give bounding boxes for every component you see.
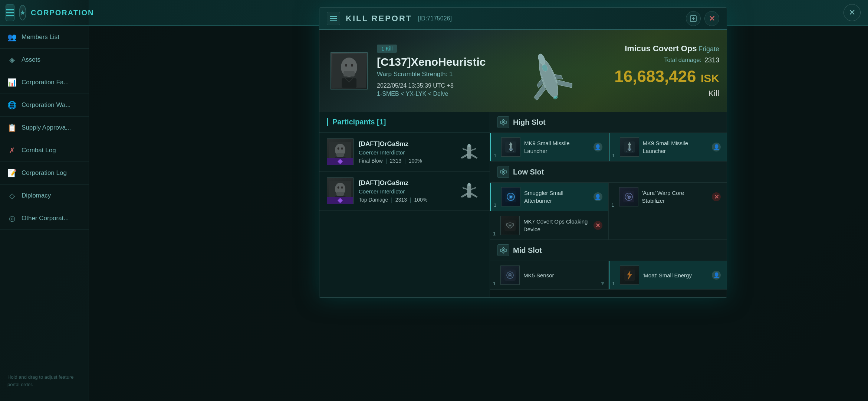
modal-close-button[interactable]: ✕ bbox=[704, 11, 719, 26]
svg-rect-5 bbox=[343, 71, 355, 76]
missile-svg-2 bbox=[623, 140, 636, 154]
corp-fa-icon: 📊 bbox=[7, 78, 16, 87]
hamburger-bar bbox=[6, 15, 14, 16]
survived-icon-4: 👤 bbox=[712, 271, 721, 280]
ship-svg bbox=[512, 49, 586, 108]
sidebar-item-label: Combat Log bbox=[22, 147, 56, 154]
sidebar-footer-text: Hold and drag to adjust feature portal o… bbox=[7, 374, 81, 388]
sidebar-item-members-list[interactable]: 👥 Members List bbox=[0, 26, 89, 49]
mid-slot-title: Mid Slot bbox=[513, 246, 542, 255]
coercer-svg-2 bbox=[458, 183, 480, 199]
low-slot-header: Low Slot bbox=[490, 162, 727, 183]
destroyed-icon-2: ✕ bbox=[594, 221, 602, 230]
assets-icon: ◈ bbox=[7, 55, 16, 64]
modal-header-actions: ✕ bbox=[686, 11, 719, 26]
corp-wa-icon: 🌐 bbox=[7, 101, 16, 110]
high-slot-section: High Slot 1 bbox=[490, 112, 727, 162]
svg-point-34 bbox=[502, 171, 504, 173]
slot-item-high-2: 1 MK9 S bbox=[609, 133, 727, 161]
sensor-icon bbox=[500, 265, 520, 285]
ship-name: Imicus Covert Ops bbox=[625, 44, 697, 53]
item-name-high-2: MK9 Small Missile Launcher bbox=[643, 139, 708, 155]
sidebar-item-diplomacy[interactable]: ◇ Diplomacy bbox=[0, 185, 89, 207]
sidebar-item-corporation-log[interactable]: 📝 Corporation Log bbox=[0, 162, 89, 185]
svg-rect-27 bbox=[467, 184, 471, 198]
participant-info-1: [DAFT]OrGaSmz Coercer Interdictor Final … bbox=[359, 140, 451, 164]
hamburger-bar bbox=[6, 12, 14, 13]
item-name-mid-2: 'Moat' Small Energy bbox=[643, 271, 692, 279]
participants-title: Participants [1] bbox=[327, 118, 386, 126]
export-button[interactable] bbox=[686, 11, 701, 26]
sidebar-item-label: Assets bbox=[22, 56, 40, 63]
item-name-mid-1: MK5 Sensor bbox=[523, 271, 554, 279]
slot-item-low-1: 1 Smugg bbox=[490, 183, 608, 211]
sensor-svg bbox=[503, 268, 517, 282]
slot-item-low-2: 1 'Aura bbox=[609, 183, 727, 211]
slot-item-low-3: 1 MK7 Covert Ops Cloaking De bbox=[490, 211, 608, 239]
participant-name-2: [DAFT]OrGaSmz bbox=[359, 179, 451, 187]
item-qty: 1 bbox=[494, 153, 496, 158]
item-qty: 1 bbox=[612, 281, 615, 286]
mid-slot-section: Mid Slot 1 bbox=[490, 240, 727, 290]
svg-point-15 bbox=[338, 147, 339, 150]
mid-slot-icon bbox=[497, 244, 509, 256]
modal-body: Participants [1] bbox=[319, 112, 727, 297]
item-status-mid-2: 👤 bbox=[711, 270, 721, 280]
hamburger-bar bbox=[330, 20, 337, 21]
item-qty: 1 bbox=[493, 281, 496, 286]
hamburger-bar bbox=[330, 16, 337, 17]
pilot-face-svg bbox=[332, 54, 366, 88]
damage-value: 2313 bbox=[704, 56, 719, 64]
rank-diamond-1 bbox=[338, 159, 343, 164]
svg-point-20 bbox=[468, 144, 470, 147]
ab-svg bbox=[504, 190, 517, 203]
item-status-high-1: 👤 bbox=[593, 142, 603, 152]
svg-point-23 bbox=[338, 186, 339, 189]
missile-launcher-icon-1 bbox=[501, 137, 520, 157]
sidebar-item-label: Other Corporat... bbox=[22, 215, 69, 222]
sidebar-item-label: Members List bbox=[22, 33, 59, 41]
participant-name-1: [DAFT]OrGaSmz bbox=[359, 140, 451, 148]
item-qty: 1 bbox=[612, 153, 615, 158]
corp-log-icon: 📝 bbox=[7, 169, 16, 177]
ship-class: Imicus Covert Ops Frigate bbox=[625, 44, 719, 53]
low-slot-grid: 1 Smugg bbox=[490, 183, 727, 239]
combat-log-icon: ✗ bbox=[7, 146, 16, 155]
survived-icon-2: 👤 bbox=[712, 143, 721, 151]
isk-label: ISK bbox=[701, 72, 719, 84]
participant-ship-icon-1 bbox=[456, 143, 482, 161]
sidebar-item-corporation-fa[interactable]: 📊 Corporation Fa... bbox=[0, 71, 89, 94]
rank-diamond-2 bbox=[338, 198, 343, 203]
members-list-icon: 👥 bbox=[7, 33, 16, 42]
svg-rect-33 bbox=[628, 149, 631, 150]
modal-menu-button[interactable] bbox=[327, 12, 340, 25]
low-slot-title: Low Slot bbox=[513, 168, 544, 176]
sidebar-item-supply-approva[interactable]: 📋 Supply Approva... bbox=[0, 117, 89, 139]
high-slot-grid: 1 MK9 S bbox=[490, 133, 727, 161]
low-slot-section: Low Slot 1 bbox=[490, 162, 727, 240]
dropdown-indicator-1: ▼ bbox=[600, 280, 605, 286]
pilot-avatar-image bbox=[331, 53, 367, 89]
svg-point-16 bbox=[341, 147, 343, 150]
item-status-low-2: ✕ bbox=[711, 192, 721, 202]
main-area: ✕ KILL REPORT [ID:7175026] bbox=[89, 0, 868, 401]
item-qty: 1 bbox=[494, 202, 496, 208]
participant-avatar-1 bbox=[327, 138, 354, 165]
missile-svg-1 bbox=[504, 140, 517, 154]
participants-section: Participants [1] bbox=[319, 112, 490, 297]
svg-rect-19 bbox=[467, 145, 471, 159]
svg-point-3 bbox=[345, 64, 347, 67]
slot-item-mid-1: 1 MK5 S bbox=[490, 261, 608, 289]
sidebar-menu-button[interactable] bbox=[6, 4, 14, 21]
svg-point-29 bbox=[502, 121, 504, 123]
sidebar-item-other-corporat[interactable]: ◎ Other Corporat... bbox=[0, 207, 89, 230]
coercer-svg-1 bbox=[458, 144, 480, 160]
hamburger-bar bbox=[330, 18, 337, 19]
sidebar-item-corporation-wa[interactable]: 🌐 Corporation Wa... bbox=[0, 94, 89, 117]
sidebar-item-combat-log[interactable]: ✗ Combat Log bbox=[0, 139, 89, 162]
damage-label: Total damage: bbox=[664, 57, 701, 63]
survived-icon: 👤 bbox=[594, 143, 602, 151]
damage-row: Total damage: 2313 bbox=[664, 56, 719, 64]
sidebar-item-assets[interactable]: ◈ Assets bbox=[0, 49, 89, 71]
survived-icon-3: 👤 bbox=[594, 192, 602, 201]
